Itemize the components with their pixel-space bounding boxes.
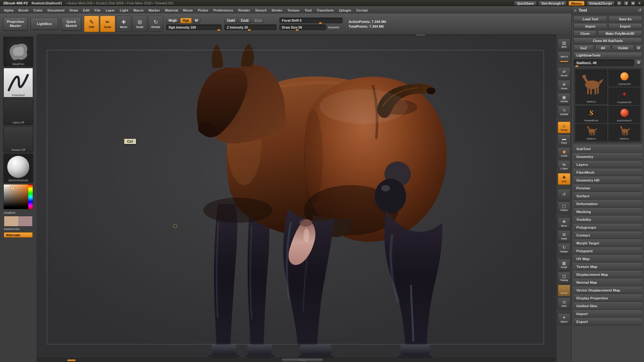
scroll-right-icon[interactable]: ▸ — [304, 359, 305, 361]
tool-section-bar[interactable]: Surface — [574, 192, 642, 200]
right-shelf-button-zoom[interactable]: ⊕ Zoom — [558, 80, 570, 92]
dynamic-label[interactable]: Dynamic — [328, 26, 339, 29]
tool-section-bar[interactable]: Import — [574, 310, 642, 318]
mode-button-scale[interactable]: ⊞ Scale — [132, 16, 147, 32]
menu-item[interactable]: Document — [45, 7, 67, 14]
secondary-color-swatch[interactable] — [18, 216, 32, 226]
tool-section-bar[interactable]: Vector Displacement Map — [574, 286, 642, 294]
load-tool-button[interactable]: Load Tool — [574, 16, 607, 22]
right-shelf-button-scroll[interactable]: ⇄ Scroll — [558, 67, 570, 79]
menu-item[interactable]: Movie — [181, 7, 195, 14]
tool-thumbnail-cylinder3d[interactable]: Cylinder3D — [608, 69, 640, 86]
right-shelf-button-ghost[interactable]: ◌ Ghost — [558, 285, 570, 296]
current-brush-thumbnail[interactable]: MaskPen — [3, 37, 33, 66]
restore-button[interactable]: R — [635, 59, 642, 65]
current-material-thumbnail[interactable]: SketchShaded2 — [3, 154, 33, 183]
tool-section-bar[interactable]: FiberMesh — [574, 168, 642, 176]
timeline-marker[interactable] — [67, 359, 76, 361]
menu-item[interactable]: Color — [31, 7, 45, 14]
window-icon-3[interactable]: ▣ — [630, 1, 636, 6]
rgb-intensity-slider[interactable]: Rgb Intensity 100 — [166, 25, 221, 30]
tool-section-bar[interactable]: Visibility — [574, 216, 642, 223]
menu-item[interactable]: Texture — [285, 7, 302, 14]
menu-item[interactable]: Light — [117, 7, 131, 14]
menu-item[interactable]: Draw — [67, 7, 81, 14]
right-shelf-button-xyz[interactable]: ✚ XYZ — [558, 173, 570, 185]
tool-section-bar[interactable]: Morph Target — [574, 239, 642, 247]
mode-button-edit[interactable]: ✎ Edit — [84, 16, 99, 32]
tool-section-bar[interactable]: Layers — [574, 161, 642, 168]
right-shelf-button-local[interactable]: ◉ Local — [558, 147, 570, 159]
right-shelf-button-solo[interactable]: ◎ Solo — [558, 298, 570, 309]
sculpt-mode-button-zsub[interactable]: Zsub — [238, 18, 251, 23]
right-shelf-button-polyf[interactable]: ▦ PolyF — [558, 259, 570, 271]
current-stroke-thumbnail[interactable]: FreeHand — [3, 68, 33, 97]
tool-section-bar[interactable]: Displacement Map — [574, 271, 642, 278]
tool-section-bar[interactable]: Display Properties — [574, 294, 642, 302]
lightbox-tools-button[interactable]: Lightbox▸Tools — [574, 52, 642, 58]
menu-item[interactable]: File — [92, 7, 103, 14]
scrollbar-handle[interactable] — [416, 35, 425, 36]
scrollbar-handle[interactable]: ◂ ▸ — [282, 359, 323, 361]
menu-item[interactable]: Picker — [195, 7, 211, 14]
tool-thumbnail-polysurface3[interactable]: polySurface3 — [608, 106, 640, 123]
primary-color-swatch[interactable] — [4, 216, 18, 226]
quick-sketch-button[interactable]: Quick Sketch — [61, 17, 81, 30]
save-as-button[interactable]: Save As — [608, 16, 642, 22]
mode-button-rotate[interactable]: ↻ Rotate — [148, 16, 163, 32]
goz-r-button[interactable]: R — [635, 45, 642, 51]
mode-button-draw[interactable]: ✏ Draw — [100, 16, 115, 32]
menu-item[interactable]: Alpha — [1, 7, 16, 14]
menu-item[interactable]: Brush — [16, 7, 31, 14]
horse-model[interactable] — [36, 34, 557, 362]
tool-section-bar[interactable]: Preview — [574, 184, 642, 192]
see-through-slider[interactable]: See-through 0 — [539, 1, 567, 6]
export-button[interactable]: Export — [608, 23, 642, 29]
clone-all-subtools-button[interactable]: Clone All SubTools — [574, 38, 642, 44]
alternate-button[interactable]: Alternate — [4, 232, 33, 238]
color-mode-button-mrgb[interactable]: Mrgb — [166, 18, 179, 23]
right-shelf-button-spin[interactable]: ↺ — [558, 189, 570, 200]
default-zscript-button[interactable]: DefaultZScript — [586, 1, 615, 6]
sculpt-mode-button-zcut[interactable]: Zcut — [252, 18, 264, 23]
menu-item[interactable]: Transform — [314, 7, 336, 14]
tool-section-bar[interactable]: UV Map — [574, 255, 642, 263]
focal-shift-slider[interactable]: Focal Shift 0 — [279, 18, 343, 23]
menus-button[interactable]: Menus — [568, 1, 585, 6]
menu-item[interactable]: Zscript — [354, 7, 370, 14]
right-shelf-button-persp[interactable]: ◇ Persp — [558, 122, 570, 133]
right-shelf-button-xpose[interactable]: ✦ Xpose — [558, 313, 570, 325]
canvas-bottom-scrollbar[interactable]: ◂ ▸ — [36, 358, 557, 362]
draw-size-slider[interactable]: Draw Size 50 — [279, 25, 326, 30]
lightbox-button[interactable]: LightBox — [31, 18, 58, 30]
menu-item[interactable]: Marker — [146, 7, 162, 14]
current-texture-thumbnail[interactable]: Texture Off — [3, 126, 33, 152]
scroll-left-icon[interactable]: ◂ — [300, 359, 301, 361]
right-shelf-button-actual[interactable]: ▣ Actual — [558, 93, 570, 105]
tool-section-bar[interactable]: Contact — [574, 231, 642, 239]
menu-item[interactable]: Stencil — [253, 7, 269, 14]
projection-master-button[interactable]: Projection Master — [3, 17, 28, 30]
saturation-value-square[interactable] — [4, 184, 28, 209]
menu-item[interactable]: Stroke — [269, 7, 285, 14]
window-icon-1[interactable]: ▤ — [617, 1, 622, 6]
tool-section-bar[interactable]: Export — [574, 318, 642, 326]
color-mode-button-m[interactable]: M — [193, 18, 200, 23]
tool-thumbnail-stallion1-b[interactable]: Stallion1 — [608, 124, 640, 141]
right-shelf-button-bpr[interactable]: ▨ BPR — [558, 39, 570, 50]
tool-section-bar[interactable]: SubTool — [574, 145, 642, 153]
right-shelf-button-floor[interactable]: ▬ Floor — [558, 134, 570, 146]
active-tool-slider[interactable]: Stallion1. 49 — [574, 59, 634, 66]
tool-section-bar[interactable]: Unified Skin — [574, 302, 642, 310]
right-shelf-button-spix[interactable]: SPix 3 — [558, 52, 570, 63]
window-icon-2[interactable]: ◨ — [624, 1, 629, 6]
menu-item[interactable]: Zplugin — [336, 7, 354, 14]
tool-section-bar[interactable]: Deformation — [574, 200, 642, 208]
goz-button[interactable]: GoZ — [574, 45, 594, 51]
color-picker[interactable] — [3, 184, 33, 209]
current-alpha-thumbnail[interactable]: Alpha Off — [3, 99, 33, 125]
tool-section-bar[interactable]: Masking — [574, 208, 642, 216]
menu-item[interactable]: Tool — [302, 7, 314, 14]
right-shelf-button-move[interactable]: ✚ Move — [558, 217, 570, 229]
menu-item[interactable]: Layer — [103, 7, 117, 14]
